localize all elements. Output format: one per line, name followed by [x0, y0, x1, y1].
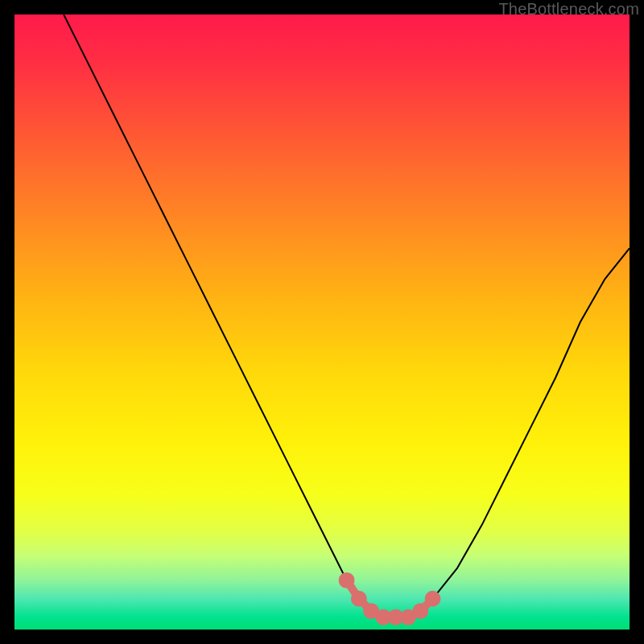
optimal-marker-dot	[351, 591, 367, 607]
bottleneck-curve-line	[64, 14, 630, 617]
chart-frame: TheBottleneck.com	[0, 0, 644, 644]
plot-area	[14, 14, 630, 630]
watermark-text: TheBottleneck.com	[498, 0, 639, 19]
optimal-marker-dot	[339, 572, 355, 588]
optimal-marker-dot	[412, 603, 428, 619]
optimal-range-markers	[339, 572, 441, 625]
curve-layer	[14, 14, 630, 630]
optimal-marker-dot	[425, 591, 441, 607]
bottleneck-curve	[64, 14, 630, 617]
